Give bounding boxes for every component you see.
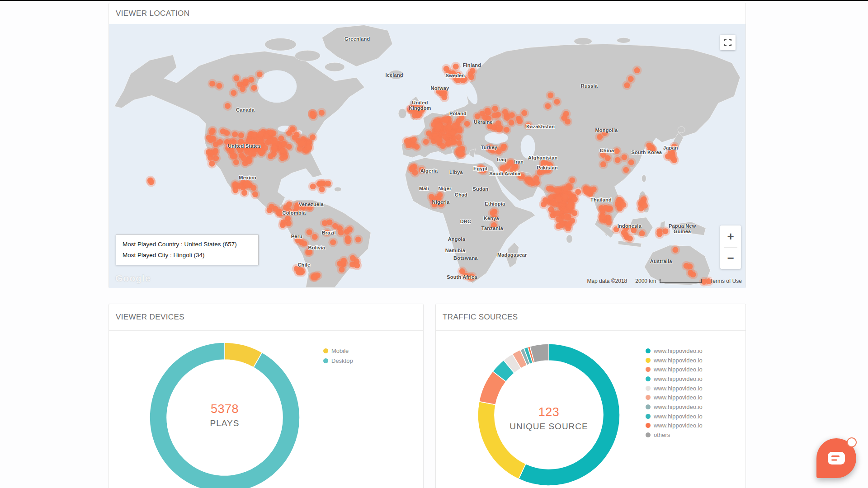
zoom-out-button[interactable]: − xyxy=(720,248,741,269)
legend-color-dot xyxy=(323,358,328,363)
legend-color-dot xyxy=(646,358,651,363)
legend-label: www.hippovideo.io xyxy=(654,357,703,364)
map-attribution: Map data ©2018 2000 km Terms of Use xyxy=(587,278,742,284)
devices-donut xyxy=(143,336,306,488)
viewer-location-title: VIEWER LOCATION xyxy=(116,9,189,18)
sources-donut-slices[interactable] xyxy=(478,344,620,486)
devices-donut-slices[interactable] xyxy=(150,343,300,488)
fullscreen-icon xyxy=(724,38,732,47)
viewer-devices-title: VIEWER DEVICES xyxy=(116,313,184,322)
devices-legend: MobileDesktop xyxy=(323,346,353,366)
traffic-sources-panel: TRAFFIC SOURCES 123 UNIQUE SOURCE www.hi… xyxy=(435,304,746,488)
legend-label: www.hippovideo.io xyxy=(654,422,703,429)
legend-color-dot xyxy=(646,376,651,381)
map-fullscreen-button[interactable] xyxy=(720,35,736,50)
chat-icon xyxy=(828,452,845,465)
legend-label: www.hippovideo.io xyxy=(654,347,703,354)
legend-color-dot xyxy=(646,367,651,372)
google-logo[interactable]: Google xyxy=(115,273,151,284)
legend-item[interactable]: www.hippovideo.io xyxy=(646,365,703,374)
top-border-line xyxy=(0,0,868,1)
legend-label: www.hippovideo.io xyxy=(654,404,703,410)
traffic-sources-header: TRAFFIC SOURCES xyxy=(436,304,745,331)
devices-donut-svg xyxy=(143,336,306,488)
viewer-devices-panel: VIEWER DEVICES 5378 PLAYS MobileDesktop xyxy=(108,304,424,488)
traffic-sources-title: TRAFFIC SOURCES xyxy=(443,313,518,322)
most-played-country: Most Played Country : United States (657… xyxy=(123,239,252,250)
donut-slice[interactable] xyxy=(478,402,526,479)
legend-color-dot xyxy=(646,348,651,353)
legend-color-dot xyxy=(646,395,651,400)
legend-label: www.hippovideo.io xyxy=(654,375,703,382)
legend-item[interactable]: www.hippovideo.io xyxy=(646,346,703,356)
map-data-copyright: Map data ©2018 xyxy=(587,278,627,284)
viewer-location-panel: VIEWER LOCATION xyxy=(108,3,746,288)
legend-label: www.hippovideo.io xyxy=(654,394,703,401)
legend-color-dot xyxy=(646,386,651,391)
zoom-in-button[interactable]: + xyxy=(720,225,741,247)
legend-color-dot xyxy=(646,404,651,409)
map-info-box: Most Played Country : United States (657… xyxy=(116,235,259,265)
legend-label: www.hippovideo.io xyxy=(654,385,703,392)
legend-label: others xyxy=(654,432,670,438)
sources-legend: www.hippovideo.iowww.hippovideo.iowww.hi… xyxy=(646,346,703,440)
chat-notification-badge xyxy=(847,437,857,447)
scale-bar xyxy=(660,279,702,283)
legend-label: Desktop xyxy=(331,357,353,364)
sources-donut xyxy=(474,340,623,488)
legend-item[interactable]: www.hippovideo.io xyxy=(646,412,703,421)
legend-color-dot xyxy=(646,414,651,419)
legend-item[interactable]: Desktop xyxy=(323,356,353,366)
legend-item[interactable]: www.hippovideo.io xyxy=(646,393,703,402)
legend-item[interactable]: www.hippovideo.io xyxy=(646,374,703,384)
viewer-location-header: VIEWER LOCATION xyxy=(109,3,745,24)
legend-item[interactable]: www.hippovideo.io xyxy=(646,421,703,431)
terms-of-use-link[interactable]: Terms of Use xyxy=(710,278,742,284)
map-zoom-control: + − xyxy=(720,225,741,269)
donut-slice[interactable] xyxy=(519,344,620,486)
legend-label: www.hippovideo.io xyxy=(654,366,703,373)
google-map[interactable]: GreenlandIcelandFinlandSwedenNorwayRussi… xyxy=(109,24,745,288)
donut-slice[interactable] xyxy=(150,343,300,488)
most-played-city: Most Played City : Hingoli (34) xyxy=(123,250,252,261)
legend-label: www.hippovideo.io xyxy=(654,413,703,420)
legend-color-dot xyxy=(646,423,651,428)
chat-widget-button[interactable] xyxy=(816,438,856,478)
viewer-devices-header: VIEWER DEVICES xyxy=(109,304,423,331)
sources-donut-svg xyxy=(474,340,623,488)
legend-item[interactable]: Mobile xyxy=(323,346,353,356)
legend-label: Mobile xyxy=(331,347,349,354)
scale-text: 2000 km xyxy=(635,278,656,284)
legend-item[interactable]: www.hippovideo.io xyxy=(646,402,703,412)
legend-item[interactable]: www.hippovideo.io xyxy=(646,384,703,393)
legend-item[interactable]: www.hippovideo.io xyxy=(646,356,703,365)
legend-color-dot xyxy=(646,432,651,437)
legend-item[interactable]: others xyxy=(646,430,703,440)
legend-color-dot xyxy=(323,348,328,353)
